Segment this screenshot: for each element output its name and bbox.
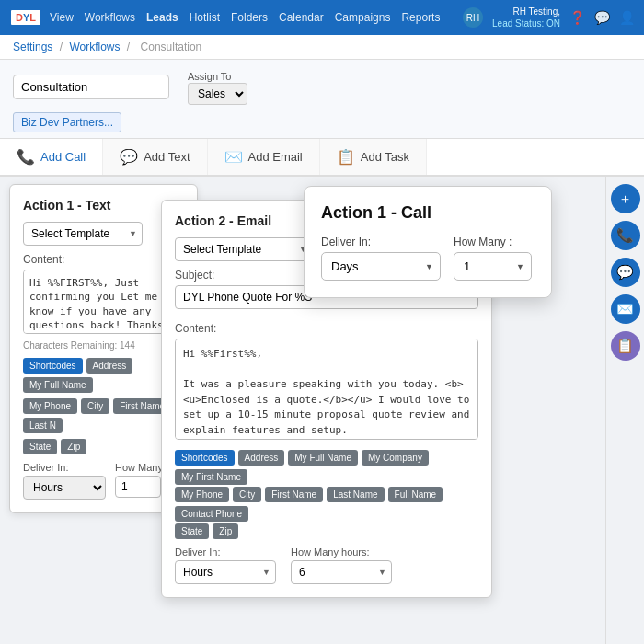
call-tab-icon: 📞	[17, 148, 35, 166]
nav-campaigns[interactable]: Campaigns	[335, 11, 391, 24]
breadcrumb-workflows[interactable]: Workflows	[69, 40, 120, 53]
sc-zip[interactable]: Zip	[61, 439, 86, 454]
action1-text-content[interactable]: Hi %%FIRST%%, Just confirming you Let me…	[23, 270, 184, 334]
sc-last-n[interactable]: Last N	[23, 418, 63, 433]
nav-user-info: RH Testing, Lead Status: ON	[492, 6, 560, 29]
email-sc-last-name[interactable]: Last Name	[327, 487, 384, 502]
breadcrumb: Settings / Workflows / Consultation	[0, 35, 644, 60]
text-tab-label: Add Text	[144, 150, 190, 164]
breadcrumb-settings[interactable]: Settings	[13, 40, 52, 53]
nav-leads[interactable]: Leads	[146, 11, 178, 24]
chat-nav-icon[interactable]: 💬	[594, 10, 610, 25]
action1-call-title: Action 1 - Call	[321, 203, 535, 223]
nav-logo: DYL	[9, 8, 42, 27]
action1-text-template-wrapper: Select Template	[23, 222, 143, 246]
tab-add-text[interactable]: 💬 Add Text	[103, 139, 207, 175]
main-content: Action 1 - Text Select Template Content:…	[0, 177, 644, 644]
sc-state[interactable]: State	[23, 439, 57, 454]
action2-email-template-select[interactable]: Select Template	[175, 237, 313, 261]
call-deliver-select[interactable]: Hours Days Weeks	[321, 252, 441, 281]
breadcrumb-current: Consultation	[141, 40, 202, 53]
email-sc-my-first-name[interactable]: My First Name	[175, 469, 247, 485]
sidebar-task-btn[interactable]: 📋	[611, 331, 640, 361]
sc-my-full-name[interactable]: My Full Name	[23, 377, 93, 393]
call-howmany-wrapper: 12345	[454, 252, 532, 281]
sidebar-add-btn[interactable]: ＋	[611, 184, 640, 213]
nav-reports[interactable]: Reports	[401, 11, 440, 24]
tab-add-email[interactable]: ✉️ Add Email	[208, 139, 320, 175]
action1-deliver-select[interactable]: Hours Days Weeks	[23, 476, 106, 500]
task-tab-label: Add Task	[361, 150, 409, 164]
email-sc-shortcodes[interactable]: Shortcodes	[175, 450, 235, 466]
assign-to-label: Assign To	[188, 71, 232, 82]
user-nav-icon[interactable]: 👤	[619, 10, 635, 25]
nav-hotlist[interactable]: Hotlist	[190, 11, 220, 24]
action2-deliver-label: Deliver In:	[175, 546, 276, 558]
tab-add-task[interactable]: 📋 Add Task	[320, 139, 427, 175]
biz-tag: Biz Dev Partners...	[13, 112, 121, 132]
sidebar-phone-btn[interactable]: 📞	[611, 221, 640, 250]
action1-text-template-select[interactable]: Select Template	[23, 222, 143, 246]
email-sc-contact-phone[interactable]: Contact Phone	[175, 506, 248, 522]
call-deliver-wrapper: Hours Days Weeks	[321, 252, 441, 281]
action1-chars-remaining: Characters Remaining: 144	[23, 340, 184, 351]
email-sc-my-full-name[interactable]: My Full Name	[288, 450, 358, 466]
email-sc-state[interactable]: State	[175, 523, 209, 539]
top-nav: DYL View Workflows Leads Hotlist Folders…	[0, 0, 644, 35]
action1-deliver-label: Deliver In:	[23, 462, 106, 473]
action2-deliver-select[interactable]: Hours Days Weeks	[175, 560, 276, 584]
action1-text-title: Action 1 - Text	[23, 198, 184, 213]
action1-text-content-label: Content:	[23, 253, 184, 266]
action2-content-textarea[interactable]: Hi %%First%%, It was a pleasure speaking…	[175, 339, 478, 440]
sidebar-email-btn[interactable]: ✉️	[611, 294, 640, 324]
call-deliver-label: Deliver In:	[321, 236, 441, 248]
task-tab-icon: 📋	[337, 148, 355, 166]
email-sc-city[interactable]: City	[233, 487, 261, 502]
action2-content-label: Content:	[175, 322, 478, 335]
help-icon[interactable]: ❓	[569, 10, 585, 25]
sc-city[interactable]: City	[81, 398, 109, 414]
panel-action1-call: Action 1 - Call Deliver In: Hours Days W…	[304, 186, 552, 298]
nav-avatar: RH	[463, 7, 483, 28]
assign-to-select[interactable]: Sales	[188, 83, 247, 105]
email-sc-zip[interactable]: Zip	[213, 523, 238, 539]
nav-items: View Workflows Leads Hotlist Folders Cal…	[50, 11, 440, 24]
right-sidebar: ＋ 📞 💬 ✉️ 📋	[605, 177, 644, 644]
action2-howmany-label: How Many hours:	[291, 546, 392, 558]
action1-howmany-input[interactable]	[115, 476, 161, 498]
email-sc-first-name[interactable]: First Name	[265, 487, 323, 502]
email-sc-full-name[interactable]: Full Name	[388, 487, 443, 502]
email-sc-my-company[interactable]: My Company	[362, 450, 429, 466]
text-tab-icon: 💬	[120, 148, 138, 166]
call-howmany-select[interactable]: 12345	[454, 252, 532, 281]
email-sc-my-phone[interactable]: My Phone	[175, 487, 229, 502]
call-howmany-label: How Many :	[454, 236, 532, 248]
tab-add-call[interactable]: 📞 Add Call	[0, 139, 103, 175]
action2-howmany-select[interactable]: 123 456	[291, 560, 392, 584]
action2-email-template-wrapper: Select Template	[175, 237, 313, 261]
sc-shortcodes[interactable]: Shortcodes	[23, 358, 83, 374]
nav-view[interactable]: View	[50, 11, 74, 24]
sc-my-phone[interactable]: My Phone	[23, 398, 77, 414]
email-sc-address[interactable]: Address	[238, 450, 285, 466]
nav-folders[interactable]: Folders	[231, 11, 268, 24]
email-tab-label: Add Email	[248, 150, 303, 164]
action1-howmany-label: How Many	[115, 462, 163, 473]
call-tab-label: Add Call	[40, 150, 86, 164]
email-tab-icon: ✉️	[224, 148, 243, 166]
workflow-area: Assign To Sales Biz Dev Partners...	[0, 60, 644, 139]
action-tabs: 📞 Add Call 💬 Add Text ✉️ Add Email 📋 Add…	[0, 139, 644, 177]
workflow-name-input[interactable]	[13, 75, 169, 99]
nav-right: RH RH Testing, Lead Status: ON ❓ 💬 👤	[463, 6, 635, 29]
nav-calendar[interactable]: Calendar	[279, 11, 324, 24]
sidebar-chat-btn[interactable]: 💬	[611, 258, 640, 287]
sc-address[interactable]: Address	[86, 358, 133, 374]
nav-workflows[interactable]: Workflows	[85, 11, 135, 24]
